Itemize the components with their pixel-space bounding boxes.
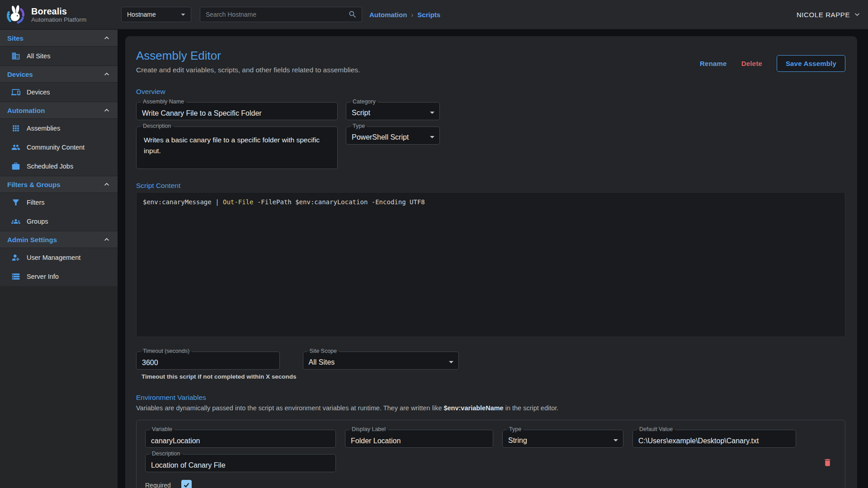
delete-button[interactable]: Delete	[741, 60, 762, 67]
chevron-down-icon	[853, 10, 862, 19]
sidebar-section-sites[interactable]: Sites	[0, 29, 118, 47]
trash-icon	[823, 458, 832, 467]
chevron-down-icon	[446, 357, 457, 367]
sidebar-item-filters[interactable]: Filters	[0, 193, 118, 212]
sidebar-section-admin-settings[interactable]: Admin Settings	[0, 231, 118, 248]
sidebar-section-filters-groups[interactable]: Filters & Groups	[0, 176, 118, 193]
sidebar-item-label: User Management	[27, 254, 80, 261]
sidebar-item-label: Server Info	[27, 273, 59, 280]
sidebar-item-label: Scheduled Jobs	[27, 163, 73, 170]
page-title: Assembly Editor	[136, 49, 360, 63]
search-input[interactable]	[206, 11, 348, 18]
environment-variable-card: Variable Display Label Type String Defau…	[136, 420, 845, 488]
env-vars-heading: Environment Variables	[136, 394, 845, 402]
brand-name: Borealis	[31, 6, 86, 16]
rabbit-gear-logo	[5, 4, 26, 25]
code-text: -FilePath $env:canaryLocation -Encoding …	[253, 198, 425, 206]
topbar: Borealis Automation Platform Hostname Au…	[0, 0, 868, 29]
overview-heading: Overview	[136, 88, 845, 96]
breadcrumb-separator: ›	[411, 11, 413, 19]
breadcrumb-scripts[interactable]: Scripts	[417, 11, 440, 19]
site-scope-label: Site Scope	[307, 348, 339, 355]
variable-type-label: Type	[507, 426, 524, 433]
timeout-label: Timeout (seconds)	[141, 348, 192, 355]
sidebar-item-groups[interactable]: Groups	[0, 212, 118, 231]
sidebar-item-label: Groups	[27, 218, 48, 225]
brand-subtitle: Automation Platform	[31, 16, 86, 23]
sidebar-item-assemblies[interactable]: Assemblies	[0, 119, 118, 138]
sidebar-item-community-content[interactable]: Community Content	[0, 138, 118, 157]
assembly-editor-card: Assembly Editor Create and edit variable…	[125, 36, 857, 488]
checkmark-icon	[183, 481, 190, 488]
save-assembly-button[interactable]: Save Assembly	[777, 55, 845, 72]
editor-actions: Rename Delete Save Assembly	[700, 55, 845, 72]
sidebar-item-user-management[interactable]: User Management	[0, 248, 118, 267]
variable-description-label: Description	[150, 450, 183, 457]
sidebar-item-server-info[interactable]: Server Info	[0, 267, 118, 286]
sidebar-item-label: Devices	[27, 89, 50, 96]
user-name: NICOLE RAPPE	[797, 11, 850, 19]
sidebar-item-label: All Sites	[27, 52, 50, 60]
timeout-field: Timeout (seconds)	[136, 352, 280, 370]
required-checkbox[interactable]	[181, 480, 192, 488]
delete-variable-button[interactable]	[822, 457, 833, 469]
page-subtitle: Create and edit variables, scripts, and …	[136, 66, 360, 74]
code-cmdlet: Out-File	[223, 198, 253, 206]
search-icon	[348, 10, 357, 19]
sidebar-item-label: Filters	[27, 199, 44, 206]
required-label: Required	[145, 482, 171, 488]
funnel-icon	[11, 198, 20, 207]
server-icon	[11, 272, 20, 281]
rename-button[interactable]: Rename	[700, 60, 727, 67]
sidebar-section-devices[interactable]: Devices	[0, 66, 118, 83]
sidebar-item-scheduled-jobs[interactable]: Scheduled Jobs	[0, 157, 118, 176]
chevron-down-icon	[427, 131, 438, 142]
type-value: PowerShell Script	[346, 130, 427, 141]
site-scope-value: All Sites	[303, 355, 446, 366]
sidebar: Sites All Sites Devices Devices Automati…	[0, 29, 118, 488]
sidebar-item-devices[interactable]: Devices	[0, 83, 118, 102]
chevron-up-icon	[102, 235, 111, 244]
sidebar-item-label: Assemblies	[27, 125, 60, 132]
section-label: Filters & Groups	[7, 181, 61, 188]
assembly-name-label: Assembly Name	[141, 99, 186, 105]
variable-description-field: Description	[145, 454, 336, 472]
timeout-helper-text: Timeout this script if not completed wit…	[142, 373, 297, 380]
type-label: Type	[350, 123, 367, 130]
chevron-up-icon	[102, 180, 111, 189]
apps-grid-icon	[11, 124, 20, 133]
variable-label: Variable	[150, 426, 175, 433]
chevron-up-icon	[102, 70, 111, 79]
groups-icon	[11, 217, 20, 226]
breadcrumb: Automation › Scripts	[369, 11, 440, 19]
category-select[interactable]: Category Script	[346, 102, 440, 120]
variable-field: Variable	[145, 430, 336, 448]
sidebar-section-automation[interactable]: Automation	[0, 102, 118, 119]
breadcrumb-automation[interactable]: Automation	[369, 11, 407, 19]
main-content: Assembly Editor Create and edit variable…	[118, 29, 868, 488]
env-desc-text: in the script editor.	[504, 404, 559, 412]
user-gear-icon	[11, 253, 20, 262]
description-textarea[interactable]: Writes a basic canary file to a specific…	[137, 127, 337, 169]
default-value-label: Default Value	[637, 426, 675, 433]
sidebar-item-all-sites[interactable]: All Sites	[0, 47, 118, 66]
chevron-down-icon	[427, 107, 438, 118]
script-code-editor[interactable]: $env:canaryMessage | Out-File -FilePath …	[136, 192, 845, 337]
hostname-select[interactable]: Hostname	[121, 7, 191, 22]
variable-type-value: String	[503, 433, 610, 445]
description-field: Description Writes a basic canary file t…	[136, 127, 338, 169]
hostname-select-value: Hostname	[127, 11, 156, 18]
people-icon	[11, 143, 20, 152]
briefcase-icon	[11, 162, 20, 171]
section-label: Admin Settings	[7, 236, 57, 244]
chevron-down-icon	[610, 435, 621, 446]
variable-type-select[interactable]: Type String	[502, 430, 623, 448]
section-label: Sites	[7, 34, 24, 42]
site-scope-select[interactable]: Site Scope All Sites	[303, 352, 459, 370]
chevron-up-icon	[102, 106, 111, 115]
search-box[interactable]	[200, 7, 362, 22]
type-select[interactable]: Type PowerShell Script	[346, 127, 440, 145]
user-menu[interactable]: NICOLE RAPPE	[797, 10, 862, 19]
brand: Borealis Automation Platform	[0, 4, 118, 25]
description-label: Description	[141, 123, 174, 130]
